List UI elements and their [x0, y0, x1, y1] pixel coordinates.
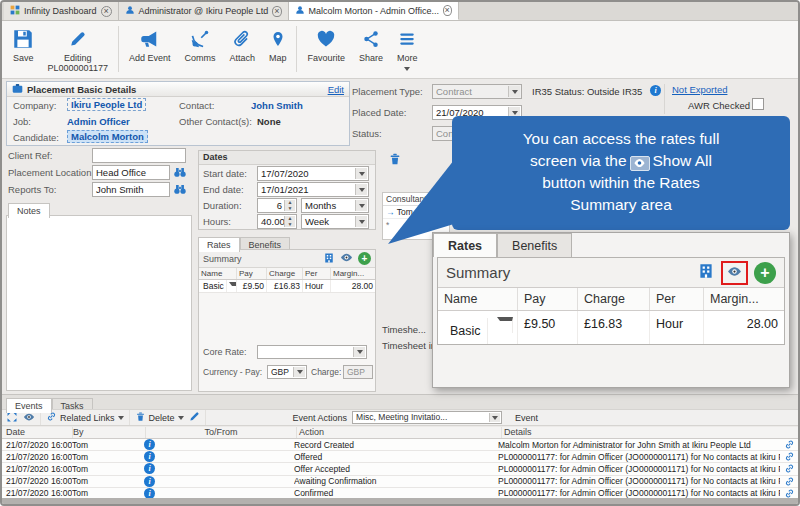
- attach-button[interactable]: Attach: [222, 24, 262, 78]
- edit-event-button[interactable]: [189, 411, 200, 424]
- info-icon[interactable]: i: [144, 476, 155, 487]
- delete-button[interactable]: Delete: [135, 411, 184, 424]
- chevron-down-icon[interactable]: [355, 216, 367, 227]
- duration-unit-select[interactable]: Months: [301, 198, 369, 213]
- add-rate-icon[interactable]: +: [358, 252, 371, 265]
- hours-label: Hours:: [203, 216, 231, 227]
- candidate-value[interactable]: Malcolm Morton: [67, 130, 148, 143]
- currency-charge-select[interactable]: GBP: [343, 365, 373, 379]
- map-button[interactable]: Map: [262, 24, 294, 78]
- rate-pay: £9.50: [518, 311, 578, 344]
- table-row[interactable]: 21/07/2020 16:00 Tom i Offered PL0000001…: [2, 451, 798, 463]
- add-rate-icon[interactable]: +: [754, 262, 776, 284]
- tab-label: Infinity Dashboard: [24, 6, 97, 16]
- table-row[interactable]: 21/07/2020 16:00 Tom i Offer Accepted PL…: [2, 463, 798, 475]
- close-icon[interactable]: ×: [443, 5, 452, 16]
- contact-value[interactable]: John Smith: [251, 100, 303, 111]
- info-icon[interactable]: i: [144, 451, 155, 462]
- calendar-dropdown-icon[interactable]: [355, 184, 367, 195]
- company-value[interactable]: Ikiru People Ltd: [67, 98, 146, 111]
- close-icon[interactable]: ×: [272, 6, 281, 17]
- spinner-arrows-icon[interactable]: ▲▼: [284, 200, 295, 211]
- table-row[interactable]: 21/07/2020 16:00 Tom i Awaiting Confirma…: [2, 476, 798, 488]
- currency-pay-label: Currency - Pay:: [203, 367, 262, 377]
- spinner-arrows-icon[interactable]: ▲▼: [284, 216, 295, 227]
- tab-malcolm-morton[interactable]: Malcolm Morton - Admin Office... ×: [289, 2, 459, 20]
- summary-title: Summary: [203, 254, 242, 264]
- notes-textarea[interactable]: [6, 215, 192, 391]
- event-action: Confirmed: [294, 488, 498, 498]
- rates-table-row[interactable]: Basic £9.50 £16.83 Hour 28.00: [438, 311, 784, 344]
- rates-table-row[interactable]: Basic £9.50 £16.83 Hour 28.00: [199, 280, 375, 293]
- comms-button[interactable]: Comms: [177, 24, 222, 78]
- client-ref-input[interactable]: [92, 148, 186, 163]
- duration-stepper[interactable]: 6▲▼: [257, 198, 297, 213]
- core-rate-select[interactable]: [257, 345, 367, 359]
- chevron-down-icon[interactable]: [353, 347, 365, 357]
- tab-infinity-dashboard[interactable]: Infinity Dashboard ×: [4, 2, 119, 20]
- job-label: Job:: [13, 116, 31, 127]
- chevron-down-icon[interactable]: [508, 86, 520, 97]
- tab-administrator[interactable]: Administrator @ Ikiru People Ltd ×: [119, 2, 289, 20]
- tab-benefits[interactable]: Benefits: [497, 233, 572, 257]
- more-label: More: [397, 53, 418, 73]
- hamburger-icon: [398, 28, 416, 50]
- chevron-down-icon[interactable]: [293, 367, 305, 377]
- currency-pay-select[interactable]: GBP: [267, 365, 307, 379]
- rate-pay: £9.50: [237, 280, 267, 292]
- close-icon[interactable]: ×: [101, 6, 112, 17]
- job-value[interactable]: Admin Officer: [67, 116, 130, 127]
- add-event-button[interactable]: Add Event: [122, 24, 178, 78]
- binoculars-icon[interactable]: [173, 165, 187, 183]
- info-icon[interactable]: i: [650, 85, 661, 96]
- related-links-button[interactable]: Related Links: [46, 411, 124, 424]
- not-exported-link[interactable]: Not Exported: [672, 84, 727, 95]
- tab-events[interactable]: Events: [6, 398, 52, 413]
- reports-to-input[interactable]: John Smith: [92, 182, 170, 197]
- calendar-dropdown-icon[interactable]: [355, 168, 367, 179]
- events-toolbar: Related Links Delete Event Actions Misc,…: [2, 409, 798, 426]
- chevron-down-icon[interactable]: [355, 200, 367, 211]
- event-details: PL0000001177: for Admin Officer (JO00000…: [498, 476, 780, 486]
- event-actions-select[interactable]: Misc, Meeting Invitatio...: [352, 411, 502, 424]
- placement-location-input[interactable]: Head Office: [92, 165, 170, 180]
- tab-notes[interactable]: Notes: [8, 203, 50, 218]
- table-row[interactable]: 21/07/2020 16:00 Tom i Record Created Ma…: [2, 439, 798, 451]
- left-fields: Client Ref: Placement Location: Head Off…: [6, 148, 194, 394]
- duration-label: Duration:: [203, 200, 242, 211]
- link-icon[interactable]: [780, 439, 798, 450]
- favourite-button[interactable]: Favourite: [300, 24, 352, 78]
- link-icon[interactable]: [780, 463, 798, 474]
- tab-rates[interactable]: Rates: [433, 233, 497, 257]
- reports-to-label: Reports To:: [8, 184, 56, 195]
- info-icon[interactable]: i: [144, 439, 155, 450]
- link-icon[interactable]: [780, 476, 798, 487]
- awr-checkbox[interactable]: [752, 98, 764, 110]
- share-button[interactable]: Share: [352, 24, 390, 78]
- chevron-down-icon[interactable]: [489, 413, 500, 422]
- show-all-eye-icon[interactable]: [340, 250, 353, 268]
- other-contacts-label: Other Contact(s):: [179, 116, 252, 127]
- editing-button[interactable]: EditingPL0000001177: [41, 24, 115, 78]
- trash-icon: [135, 411, 146, 424]
- show-all-eye-icon: [630, 156, 650, 171]
- placement-type-select[interactable]: Contract: [432, 84, 522, 99]
- contact-label: Contact:: [179, 100, 214, 111]
- tab-rates[interactable]: Rates: [198, 237, 240, 252]
- hours-unit-select[interactable]: Week: [301, 214, 369, 229]
- hours-stepper[interactable]: 40.00▲▼: [257, 214, 297, 229]
- link-icon[interactable]: [780, 451, 798, 462]
- start-date-input[interactable]: 17/07/2020: [257, 166, 369, 181]
- placed-date-label: Placed Date:: [352, 107, 406, 118]
- binoculars-icon[interactable]: [173, 182, 187, 200]
- info-icon[interactable]: i: [144, 463, 155, 474]
- building-icon[interactable]: [697, 262, 715, 283]
- show-all-eye-icon[interactable]: [726, 264, 743, 282]
- edit-link[interactable]: Edit: [328, 84, 344, 95]
- building-icon[interactable]: [323, 250, 335, 268]
- more-button[interactable]: More: [390, 24, 425, 78]
- save-button[interactable]: Save: [6, 24, 41, 78]
- person-icon: [295, 5, 305, 17]
- candidate-label: Candidate:: [13, 132, 59, 143]
- end-date-input[interactable]: 17/01/2021: [257, 182, 369, 197]
